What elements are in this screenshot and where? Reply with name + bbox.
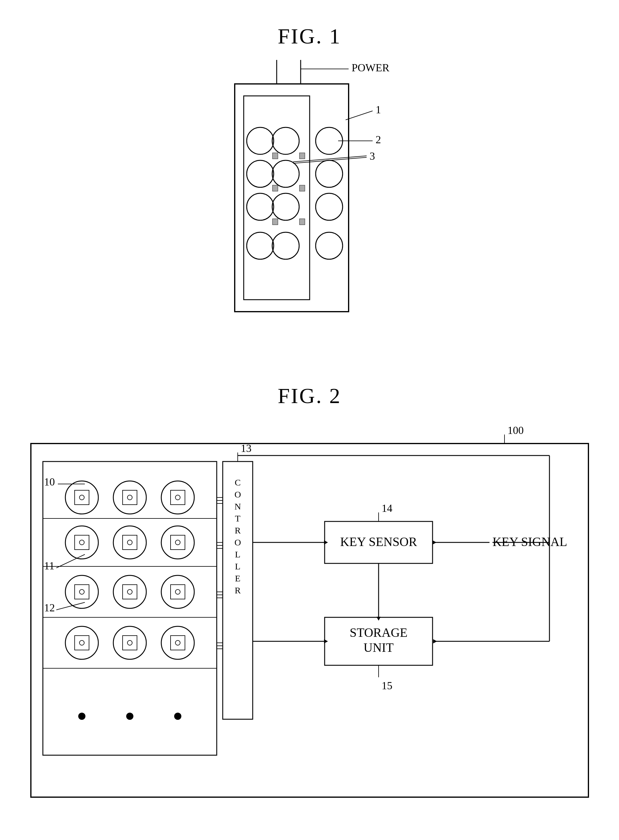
svg-point-67: [113, 626, 146, 659]
svg-line-31: [56, 554, 85, 568]
svg-point-69: [127, 640, 132, 645]
svg-rect-38: [75, 490, 89, 505]
svg-point-24: [315, 232, 342, 259]
svg-text:E: E: [235, 573, 240, 583]
power-label: POWER: [351, 62, 389, 74]
svg-text:L: L: [235, 549, 240, 559]
svg-point-72: [175, 640, 180, 645]
svg-rect-53: [170, 535, 185, 550]
storage-unit-label-line2: UNIT: [363, 641, 393, 655]
svg-point-45: [175, 495, 180, 500]
ref2-label: 2: [375, 134, 381, 146]
svg-rect-56: [75, 585, 89, 599]
svg-point-57: [79, 589, 84, 594]
svg-rect-62: [170, 585, 185, 599]
svg-text:L: L: [235, 561, 240, 571]
svg-point-66: [79, 640, 84, 645]
fig1-diagram: POWER 1 2 3: [205, 60, 414, 331]
svg-text:R: R: [235, 525, 241, 535]
svg-point-73: [78, 713, 85, 720]
svg-marker-106: [324, 540, 328, 545]
svg-line-4: [345, 111, 372, 120]
svg-text:N: N: [235, 501, 241, 511]
ref10-label: 10: [44, 476, 55, 488]
svg-rect-41: [123, 490, 137, 505]
svg-point-20: [272, 193, 299, 220]
svg-rect-8: [244, 96, 310, 300]
svg-rect-68: [123, 636, 137, 650]
svg-marker-117: [433, 639, 437, 643]
ref12-label: 12: [44, 602, 55, 614]
svg-rect-59: [123, 585, 137, 599]
ref15-label: 15: [381, 680, 392, 692]
key-signal-label: KEY SIGNAL: [492, 535, 567, 549]
svg-rect-3: [235, 84, 348, 312]
svg-rect-50: [123, 535, 137, 550]
svg-text:O: O: [235, 489, 241, 499]
fig2-diagram: 100 10 11 12: [25, 425, 594, 810]
svg-text:T: T: [235, 513, 240, 523]
fig2-title: FIG. 2: [278, 383, 341, 409]
svg-marker-110: [324, 639, 328, 643]
svg-text:R: R: [235, 585, 241, 595]
svg-text:O: O: [235, 537, 241, 547]
svg-point-37: [65, 481, 98, 514]
svg-rect-47: [75, 535, 89, 550]
fig1-title: FIG. 1: [278, 24, 341, 49]
svg-point-14: [247, 160, 274, 187]
svg-point-63: [175, 589, 180, 594]
svg-point-10: [272, 127, 299, 154]
svg-point-39: [79, 495, 84, 500]
svg-rect-25: [272, 219, 278, 225]
svg-point-61: [161, 575, 194, 608]
svg-point-52: [161, 526, 194, 559]
svg-marker-108: [377, 617, 381, 621]
svg-rect-13: [299, 153, 305, 159]
ref13-label: 13: [241, 442, 251, 454]
ref1-label: 1: [375, 104, 381, 116]
svg-point-48: [79, 540, 84, 545]
svg-point-70: [161, 626, 194, 659]
svg-rect-17: [272, 185, 278, 191]
svg-rect-65: [75, 636, 89, 650]
key-sensor-label: KEY SENSOR: [340, 535, 417, 549]
svg-point-21: [315, 193, 342, 220]
svg-rect-27: [31, 443, 588, 797]
svg-point-64: [65, 626, 98, 659]
svg-point-51: [127, 540, 132, 545]
svg-point-15: [272, 160, 299, 187]
svg-point-74: [126, 713, 133, 720]
controller-label: C: [235, 477, 241, 487]
svg-point-60: [127, 589, 132, 594]
svg-rect-44: [170, 490, 185, 505]
svg-point-58: [113, 575, 146, 608]
page: FIG. 1 POWER 1 2 3: [0, 0, 619, 840]
svg-point-40: [113, 481, 146, 514]
svg-point-23: [272, 232, 299, 259]
svg-point-46: [65, 526, 98, 559]
svg-point-22: [247, 232, 274, 259]
svg-point-49: [113, 526, 146, 559]
svg-point-42: [127, 495, 132, 500]
svg-point-54: [175, 540, 180, 545]
svg-marker-102: [432, 540, 437, 545]
svg-point-43: [161, 481, 194, 514]
svg-rect-18: [299, 185, 305, 191]
svg-point-19: [247, 193, 274, 220]
svg-rect-71: [170, 636, 185, 650]
ref11-label: 11: [44, 560, 55, 572]
fig2-svg: 100 10 11 12: [25, 425, 594, 809]
storage-unit-label-line1: STORAGE: [350, 626, 407, 640]
fig1-svg: POWER 1 2 3: [205, 60, 414, 330]
svg-point-9: [247, 127, 274, 154]
ref3-label: 3: [369, 150, 375, 162]
svg-rect-12: [272, 153, 278, 159]
svg-point-16: [315, 160, 342, 187]
svg-point-75: [174, 713, 181, 720]
svg-rect-26: [299, 219, 305, 225]
ref100: 100: [507, 425, 524, 436]
ref14-label: 14: [381, 502, 392, 514]
